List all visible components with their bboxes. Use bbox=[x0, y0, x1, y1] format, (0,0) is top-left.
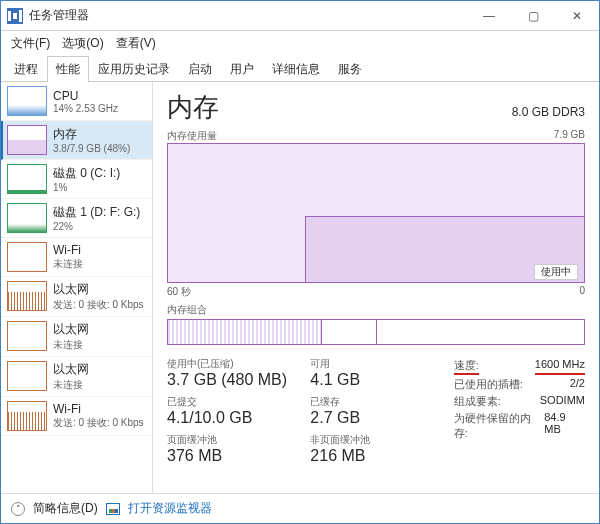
sidebar-item-name: 以太网 bbox=[53, 321, 89, 338]
stat-key: 已使用的插槽: bbox=[454, 377, 523, 392]
page-title: 内存 bbox=[167, 90, 219, 125]
sidebar-item-stat: 未连接 bbox=[53, 257, 83, 271]
sidebar-info: 磁盘 1 (D: F: G:)22% bbox=[53, 203, 140, 233]
sidebar: CPU14% 2.53 GHz内存3.8/7.9 GB (48%)磁盘 0 (C… bbox=[1, 82, 153, 493]
stat-val: 84.9 MB bbox=[544, 411, 585, 441]
sidebar-item-net-5[interactable]: 以太网发送: 0 接收: 0 Kbps bbox=[1, 277, 152, 317]
app-icon bbox=[7, 8, 23, 24]
stat-val: SODIMM bbox=[540, 394, 585, 409]
stat-val: 2/2 bbox=[570, 377, 585, 392]
sidebar-info: CPU14% 2.53 GHz bbox=[53, 86, 118, 116]
sidebar-item-cpu-0[interactable]: CPU14% 2.53 GHz bbox=[1, 82, 152, 121]
sidebar-item-name: 以太网 bbox=[53, 281, 144, 298]
tab-processes[interactable]: 进程 bbox=[5, 56, 47, 82]
sidebar-thumb bbox=[7, 281, 47, 311]
sidebar-item-stat: 14% 2.53 GHz bbox=[53, 103, 118, 114]
sidebar-item-name: 以太网 bbox=[53, 361, 89, 378]
compo-standby-free bbox=[377, 320, 584, 344]
maximize-button[interactable]: ▢ bbox=[511, 1, 555, 31]
sidebar-thumb bbox=[7, 321, 47, 351]
minimize-button[interactable]: ― bbox=[467, 1, 511, 31]
stat-value: 4.1/10.0 GB bbox=[167, 409, 298, 427]
sidebar-item-plain-7[interactable]: 以太网未连接 bbox=[1, 357, 152, 397]
stat-label: 使用中(已压缩) bbox=[167, 357, 298, 371]
chart-xmin: 0 bbox=[579, 285, 585, 299]
stat-value: 4.1 GB bbox=[310, 371, 441, 389]
stats-col-left: 使用中(已压缩)3.7 GB (480 MB)已提交4.1/10.0 GB页面缓… bbox=[167, 357, 298, 471]
brief-info-toggle[interactable]: 简略信息(D) bbox=[33, 500, 98, 517]
stat-key: 速度: bbox=[454, 358, 479, 375]
stat-value: 376 MB bbox=[167, 447, 298, 465]
stat-label: 非页面缓冲池 bbox=[310, 433, 441, 447]
menubar: 文件(F) 选项(O) 查看(V) bbox=[1, 31, 599, 56]
stat-value: 216 MB bbox=[310, 447, 441, 465]
sidebar-item-name: 内存 bbox=[53, 126, 130, 143]
stat-value: 3.7 GB (480 MB) bbox=[167, 371, 298, 389]
sidebar-thumb bbox=[7, 242, 47, 272]
sidebar-item-stat: 1% bbox=[53, 182, 120, 193]
titlebar: 任务管理器 ― ▢ ✕ bbox=[1, 1, 599, 31]
open-resource-monitor-link[interactable]: 打开资源监视器 bbox=[128, 500, 212, 517]
tab-users[interactable]: 用户 bbox=[221, 56, 263, 82]
memory-composition-bar bbox=[167, 319, 585, 345]
tab-details[interactable]: 详细信息 bbox=[263, 56, 329, 82]
main-panel: 内存 8.0 GB DDR3 内存使用量 7.9 GB 使用中 60 秒 0 内… bbox=[153, 82, 599, 493]
stat-key: 组成要素: bbox=[454, 394, 501, 409]
sidebar-info: 以太网未连接 bbox=[53, 321, 89, 352]
memory-usage-chart: 使用中 bbox=[167, 143, 585, 283]
compo-modified bbox=[321, 320, 377, 344]
sidebar-item-disk-2[interactable]: 磁盘 0 (C: I:)1% bbox=[1, 160, 152, 199]
menu-view[interactable]: 查看(V) bbox=[112, 33, 160, 54]
tab-apphistory[interactable]: 应用历史记录 bbox=[89, 56, 179, 82]
menu-file[interactable]: 文件(F) bbox=[7, 33, 54, 54]
sidebar-info: Wi-Fi未连接 bbox=[53, 242, 83, 272]
stat-row: 速度:1600 MHz bbox=[454, 357, 585, 376]
stat-row: 为硬件保留的内存:84.9 MB bbox=[454, 410, 585, 442]
compo-in-use bbox=[168, 320, 321, 344]
sidebar-thumb bbox=[7, 164, 47, 194]
main-header: 内存 8.0 GB DDR3 bbox=[167, 90, 585, 125]
tab-startup[interactable]: 启动 bbox=[179, 56, 221, 82]
chart-ymax: 7.9 GB bbox=[554, 129, 585, 143]
memory-capacity: 8.0 GB DDR3 bbox=[512, 105, 585, 119]
sidebar-item-stat: 未连接 bbox=[53, 378, 89, 392]
sidebar-item-name: 磁盘 1 (D: F: G:) bbox=[53, 204, 140, 221]
chart-top-labels: 内存使用量 7.9 GB bbox=[167, 129, 585, 143]
chart-foot: 60 秒 0 bbox=[167, 285, 585, 299]
chart-xmax: 60 秒 bbox=[167, 285, 191, 299]
sidebar-item-name: Wi-Fi bbox=[53, 402, 144, 416]
sidebar-info: 磁盘 0 (C: I:)1% bbox=[53, 164, 120, 194]
sidebar-item-stat: 3.8/7.9 GB (48%) bbox=[53, 143, 130, 154]
sidebar-item-name: 磁盘 0 (C: I:) bbox=[53, 165, 120, 182]
composition-label: 内存组合 bbox=[167, 303, 207, 317]
sidebar-item-disk-3[interactable]: 磁盘 1 (D: F: G:)22% bbox=[1, 199, 152, 238]
sidebar-item-stat: 发送: 0 接收: 0 Kbps bbox=[53, 416, 144, 430]
tab-performance[interactable]: 性能 bbox=[47, 56, 89, 82]
sidebar-thumb bbox=[7, 361, 47, 391]
stats-col-mid: 可用4.1 GB已缓存2.7 GB非页面缓冲池216 MB bbox=[310, 357, 441, 471]
sidebar-item-plain-4[interactable]: Wi-Fi未连接 bbox=[1, 238, 152, 277]
window-title: 任务管理器 bbox=[29, 7, 467, 24]
sidebar-thumb bbox=[7, 125, 47, 155]
sidebar-item-stat: 22% bbox=[53, 221, 140, 232]
sidebar-item-mem-1[interactable]: 内存3.8/7.9 GB (48%) bbox=[1, 121, 152, 160]
menu-options[interactable]: 选项(O) bbox=[58, 33, 107, 54]
tab-services[interactable]: 服务 bbox=[329, 56, 371, 82]
stat-label: 可用 bbox=[310, 357, 441, 371]
stat-label: 已缓存 bbox=[310, 395, 441, 409]
sidebar-thumb bbox=[7, 86, 47, 116]
chevron-up-icon[interactable]: ˄ bbox=[11, 502, 25, 516]
sidebar-info: 以太网未连接 bbox=[53, 361, 89, 392]
sidebar-item-stat: 未连接 bbox=[53, 338, 89, 352]
sidebar-thumb bbox=[7, 203, 47, 233]
stat-label: 已提交 bbox=[167, 395, 298, 409]
sidebar-item-plain-6[interactable]: 以太网未连接 bbox=[1, 317, 152, 357]
tabbar: 进程 性能 应用历史记录 启动 用户 详细信息 服务 bbox=[1, 56, 599, 82]
chart-tag-in-use: 使用中 bbox=[534, 264, 578, 280]
sidebar-info: 内存3.8/7.9 GB (48%) bbox=[53, 125, 130, 155]
close-button[interactable]: ✕ bbox=[555, 1, 599, 31]
stats-col-right: 速度:1600 MHz已使用的插槽:2/2组成要素:SODIMM为硬件保留的内存… bbox=[454, 357, 585, 471]
stat-row: 已使用的插槽:2/2 bbox=[454, 376, 585, 393]
content: CPU14% 2.53 GHz内存3.8/7.9 GB (48%)磁盘 0 (C… bbox=[1, 82, 599, 493]
sidebar-item-net-8[interactable]: Wi-Fi发送: 0 接收: 0 Kbps bbox=[1, 397, 152, 436]
